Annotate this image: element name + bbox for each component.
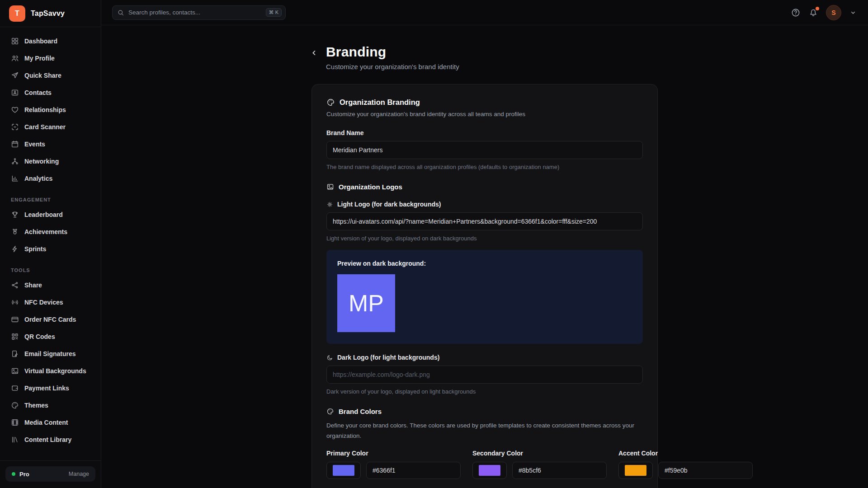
sidebar-item-achievements[interactable]: Achievements: [5, 223, 95, 240]
sidebar-item-label: Quick Share: [24, 72, 61, 79]
accent-color-input[interactable]: [658, 462, 753, 479]
chevron-left-icon: [310, 49, 318, 57]
image-icon: [11, 367, 19, 375]
palette-icon: [11, 401, 19, 409]
sidebar-item-order-nfc-cards[interactable]: Order NFC Cards: [5, 311, 95, 328]
sidebar-item-my-profile[interactable]: My Profile: [5, 50, 95, 67]
trophy-icon: [11, 211, 19, 219]
search-icon: [117, 9, 124, 16]
calendar-icon: [11, 140, 19, 148]
dark-background-preview: Preview on dark background: MP: [326, 250, 643, 344]
medal-icon: [11, 228, 19, 236]
accent-color-swatch: [625, 465, 646, 476]
sidebar-item-relationships[interactable]: Relationships: [5, 101, 95, 118]
signature-icon: [11, 350, 19, 358]
sidebar-item-sprints[interactable]: Sprints: [5, 240, 95, 258]
sidebar-item-content-library[interactable]: Content Library: [5, 431, 95, 448]
accent-color-picker[interactable]: [618, 462, 653, 479]
light-logo-help: Light version of your logo, displayed on…: [326, 235, 643, 242]
send-icon: [11, 71, 19, 80]
avatar[interactable]: S: [826, 5, 841, 20]
sidebar-item-contacts[interactable]: Contacts: [5, 84, 95, 101]
sidebar-item-events[interactable]: Events: [5, 136, 95, 153]
accent-color-field: Accent Color: [618, 450, 753, 479]
sidebar-item-email-signatures[interactable]: Email Signatures: [5, 345, 95, 362]
brand-colors-grid: Primary Color Secondary Color: [326, 450, 643, 479]
sidebar-item-label: QR Codes: [24, 333, 55, 340]
sidebar-item-label: Analytics: [24, 175, 52, 182]
secondary-color-input[interactable]: [512, 462, 607, 479]
qr-icon: [11, 333, 19, 341]
dark-logo-label: Dark Logo (for light backgrounds): [337, 354, 439, 361]
contact-card-icon: [11, 89, 19, 97]
sidebar-item-card-scanner[interactable]: Card Scanner: [5, 118, 95, 136]
sidebar-item-label: Dashboard: [24, 38, 57, 45]
brand-name-input[interactable]: [326, 141, 643, 159]
primary-color-field: Primary Color: [326, 450, 461, 479]
search-shortcut-badge: ⌘ K: [266, 8, 282, 17]
sidebar-item-share[interactable]: Share: [5, 277, 95, 294]
light-logo-url-input[interactable]: [326, 212, 643, 230]
wallet-icon: [11, 384, 19, 392]
network-icon: [11, 157, 19, 165]
image-icon: [326, 183, 334, 191]
sidebar-item-label: Achievements: [24, 228, 67, 235]
organization-branding-card: Organization Branding Customize your org…: [311, 84, 658, 488]
library-icon: [11, 436, 19, 444]
sidebar-item-qr-codes[interactable]: QR Codes: [5, 328, 95, 345]
scan-icon: [11, 123, 19, 131]
sidebar-item-media-content[interactable]: Media Content: [5, 414, 95, 431]
secondary-color-label: Secondary Color: [472, 450, 607, 457]
sidebar-item-themes[interactable]: Themes: [5, 397, 95, 414]
sidebar-section-label: TOOLS: [5, 267, 95, 273]
sidebar-item-label: Payment Links: [24, 385, 69, 392]
grid-icon: [11, 37, 19, 45]
sidebar-item-quick-share[interactable]: Quick Share: [5, 67, 95, 84]
sidebar-item-networking[interactable]: Networking: [5, 153, 95, 170]
brand-colors-description: Define your core brand colors. These col…: [326, 421, 643, 441]
sidebar-item-payment-links[interactable]: Payment Links: [5, 380, 95, 397]
primary-color-label: Primary Color: [326, 450, 461, 457]
primary-color-input[interactable]: [366, 462, 461, 479]
sidebar-item-virtual-backgrounds[interactable]: Virtual Backgrounds: [5, 362, 95, 380]
sidebar-item-label: Relationships: [24, 106, 66, 113]
app-logo: T: [9, 5, 25, 22]
heart-icon: [11, 106, 19, 114]
dark-logo-url-input[interactable]: [326, 366, 643, 384]
primary-color-picker[interactable]: [326, 462, 361, 479]
sidebar-item-label: Virtual Backgrounds: [24, 367, 86, 375]
back-button[interactable]: [310, 49, 318, 57]
manage-plan-button[interactable]: Manage: [69, 471, 89, 477]
chevron-down-icon: [849, 9, 857, 17]
sidebar-item-label: Share: [24, 282, 42, 289]
palette-icon: [326, 98, 335, 107]
sidebar-item-label: Events: [24, 141, 45, 148]
notifications-button[interactable]: [808, 8, 818, 18]
sidebar-item-label: NFC Devices: [24, 299, 63, 306]
sidebar-item-label: Order NFC Cards: [24, 316, 76, 323]
dark-preview-label: Preview on dark background:: [337, 260, 632, 267]
sidebar-item-label: Media Content: [24, 419, 68, 426]
sidebar-section-label: ENGAGEMENT: [5, 197, 95, 202]
sidebar-item-dashboard[interactable]: Dashboard: [5, 33, 95, 50]
sidebar-item-leaderboard[interactable]: Leaderboard: [5, 206, 95, 223]
user-menu-button[interactable]: [849, 9, 857, 17]
app-name: TapSavvy: [31, 9, 65, 18]
share-icon: [11, 281, 19, 289]
secondary-color-picker[interactable]: [472, 462, 507, 479]
sidebar-item-analytics[interactable]: Analytics: [5, 170, 95, 187]
broadcast-icon: [11, 298, 19, 306]
chart-icon: [11, 174, 19, 183]
bolt-icon: [11, 245, 19, 253]
search-box[interactable]: ⌘ K: [112, 5, 286, 20]
content-area: Branding Customize your organization's b…: [101, 25, 868, 488]
sidebar-item-label: Networking: [24, 158, 59, 165]
main-column: ⌘ K S: [101, 0, 868, 488]
search-input[interactable]: [128, 9, 262, 16]
sidebar-item-label: Card Scanner: [24, 123, 66, 131]
secondary-color-field: Secondary Color: [472, 450, 607, 479]
brand-name-label: Brand Name: [326, 129, 643, 136]
sidebar-item-nfc-devices[interactable]: NFC Devices: [5, 294, 95, 311]
users-icon: [11, 54, 19, 62]
help-button[interactable]: [791, 8, 801, 18]
